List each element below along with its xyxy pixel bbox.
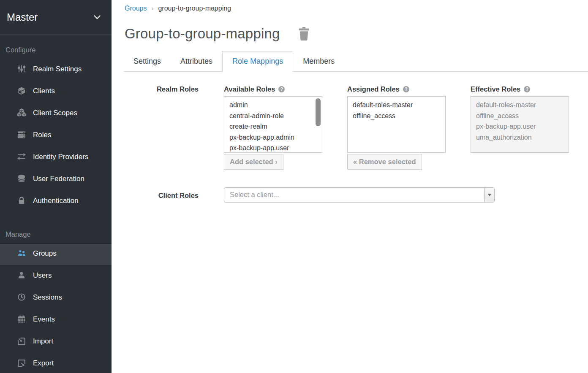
available-roles-column: Available Roles ? admin central-admin-ro… — [224, 84, 322, 170]
list-option: px-backup-app.user — [471, 121, 569, 132]
list-option[interactable]: px-backup-app.admin — [224, 132, 322, 143]
list-option: uma_authorization — [471, 132, 569, 143]
list-option[interactable]: default-roles-master — [348, 100, 445, 111]
breadcrumb-current: group-to-group-mapping — [158, 5, 231, 12]
sidebar-item-label: Authentication — [33, 197, 79, 205]
help-icon[interactable]: ? — [524, 86, 530, 92]
client-roles-row: Client Roles Select a client... — [125, 187, 588, 203]
breadcrumb-groups-link[interactable]: Groups — [125, 5, 147, 12]
sidebar-item-clients[interactable]: Clients — [0, 81, 112, 103]
trash-icon — [298, 35, 310, 42]
tab-bar: Settings Attributes Role Mappings Member… — [124, 51, 588, 72]
role-mappings-panel: Realm Roles Available Roles ? admin cent… — [125, 84, 588, 203]
remove-selected-button[interactable]: « Remove selected — [347, 154, 422, 170]
delete-group-button[interactable] — [298, 27, 310, 41]
sidebar-item-users[interactable]: Users — [0, 265, 112, 287]
select-arrow-button[interactable] — [484, 188, 494, 202]
list-option: offline_access — [471, 111, 569, 122]
realm-roles-label: Realm Roles — [125, 84, 199, 94]
sidebar-item-sessions[interactable]: Sessions — [0, 287, 112, 309]
breadcrumb: Groups›group-to-group-mapping — [125, 0, 588, 12]
sidebar: Master Configure Realm Settings Clients — [0, 0, 112, 373]
sidebar-item-client-scopes[interactable]: Client Scopes — [0, 103, 112, 125]
assigned-roles-column: Assigned Roles ? default-roles-master of… — [347, 84, 446, 170]
sidebar-item-label: Users — [33, 271, 52, 279]
tab-members[interactable]: Members — [293, 51, 344, 71]
sidebar-item-export[interactable]: Export — [0, 353, 112, 373]
list-option[interactable]: offline_access — [348, 111, 445, 122]
effective-roles-header: Effective Roles ? — [471, 84, 569, 94]
breadcrumb-separator-icon: › — [151, 5, 153, 12]
page-title: Group-to-group-mapping — [125, 26, 280, 42]
sidebar-item-import[interactable]: Import — [0, 331, 112, 353]
scrollbar-thumb[interactable] — [316, 98, 321, 126]
realm-roles-row: Realm Roles Available Roles ? admin cent… — [125, 84, 588, 170]
sidebar-item-user-federation[interactable]: User Federation — [0, 169, 112, 191]
add-selected-label: Add selected — [230, 158, 273, 165]
remove-selected-label: Remove selected — [359, 158, 416, 165]
sidebar-item-label: Roles — [33, 131, 51, 139]
sidebar-section-manage: Manage — [0, 213, 112, 243]
effective-roles-listbox: default-roles-master offline_access px-b… — [471, 96, 569, 153]
sidebar-item-label: Events — [33, 315, 55, 323]
sidebar-item-label: Identity Providers — [33, 153, 88, 161]
sidebar-item-realm-settings[interactable]: Realm Settings — [0, 59, 112, 81]
available-roles-listbox[interactable]: admin central-admin-role create-realm px… — [224, 96, 322, 153]
available-roles-header-label: Available Roles — [224, 84, 275, 94]
help-icon[interactable]: ? — [403, 86, 409, 92]
sliders-icon — [17, 65, 27, 76]
assigned-roles-listbox[interactable]: default-roles-master offline_access — [347, 96, 446, 153]
client-select[interactable]: Select a client... — [224, 187, 495, 203]
calendar-icon — [17, 315, 27, 326]
chevron-down-icon — [94, 15, 101, 19]
client-roles-label: Client Roles — [125, 187, 199, 200]
list-option[interactable]: central-admin-role — [224, 111, 322, 122]
users-group-icon — [17, 249, 27, 260]
exchange-arrows-icon — [17, 152, 27, 164]
realm-selector[interactable]: Master — [0, 0, 112, 35]
sidebar-item-roles[interactable]: Roles — [0, 125, 112, 147]
angle-right-icon: › — [275, 158, 278, 165]
sidebar-item-label: Import — [33, 337, 53, 345]
realm-selector-label: Master — [7, 11, 38, 23]
sidebar-section-configure: Configure — [0, 35, 112, 59]
help-icon[interactable]: ? — [278, 86, 285, 92]
list-option[interactable]: px-backup-app.user — [224, 143, 322, 153]
add-selected-button[interactable]: Add selected › — [224, 154, 283, 170]
main-content: Groups›group-to-group-mapping Group-to-g… — [112, 0, 588, 373]
sidebar-item-label: Groups — [33, 249, 57, 257]
clock-icon — [17, 293, 27, 304]
tab-attributes[interactable]: Attributes — [171, 51, 222, 71]
client-select-placeholder: Select a client... — [224, 188, 494, 202]
lock-icon — [17, 196, 27, 208]
tab-settings[interactable]: Settings — [124, 51, 171, 71]
list-option: default-roles-master — [471, 100, 569, 111]
sidebar-item-identity-providers[interactable]: Identity Providers — [0, 147, 112, 169]
effective-roles-column: Effective Roles ? default-roles-master o… — [471, 84, 569, 153]
sidebar-item-label: Export — [33, 359, 54, 367]
keycloak-admin-console: Master Configure Realm Settings Clients — [0, 0, 588, 373]
export-icon — [17, 359, 27, 370]
available-roles-header: Available Roles ? — [224, 84, 322, 94]
title-row: Group-to-group-mapping — [125, 26, 588, 42]
sidebar-item-label: Realm Settings — [33, 65, 82, 73]
sidebar-item-events[interactable]: Events — [0, 309, 112, 331]
effective-roles-header-label: Effective Roles — [471, 84, 520, 94]
import-icon — [17, 337, 27, 348]
list-option[interactable]: admin — [224, 100, 322, 111]
tab-role-mappings[interactable]: Role Mappings — [222, 51, 293, 72]
sidebar-item-label: Sessions — [33, 293, 62, 301]
assigned-roles-header-label: Assigned Roles — [347, 84, 400, 94]
cubes-icon — [17, 108, 27, 120]
database-icon — [17, 174, 27, 186]
caret-down-icon — [487, 194, 492, 196]
sidebar-item-authentication[interactable]: Authentication — [0, 191, 112, 213]
list-option[interactable]: create-realm — [224, 121, 322, 132]
cube-icon — [17, 86, 27, 98]
sidebar-item-label: Clients — [33, 87, 55, 95]
sidebar-item-groups[interactable]: Groups — [0, 243, 112, 265]
assigned-roles-header: Assigned Roles ? — [347, 84, 446, 94]
server-list-icon — [17, 130, 27, 142]
sidebar-item-label: User Federation — [33, 175, 84, 183]
user-icon — [17, 271, 27, 282]
